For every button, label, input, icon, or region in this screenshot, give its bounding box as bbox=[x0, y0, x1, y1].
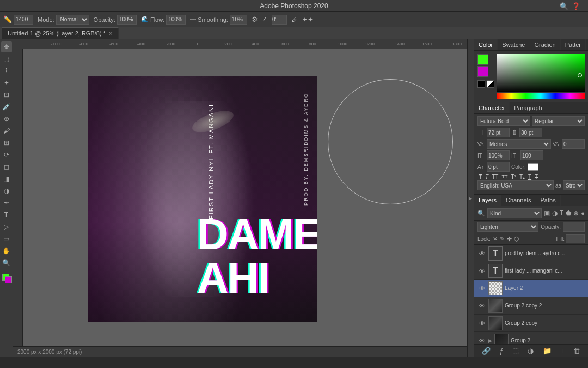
link-layers-button[interactable]: 🔗 bbox=[482, 347, 491, 355]
smallcaps-button[interactable]: TT bbox=[500, 173, 509, 180]
crop-tool[interactable]: ⊡ bbox=[1, 89, 12, 100]
new-layer-button[interactable]: + bbox=[560, 347, 565, 355]
heal-tool[interactable]: ⊕ bbox=[1, 113, 12, 124]
allcaps-button[interactable]: TT bbox=[491, 173, 499, 180]
layer-item-group2copy2[interactable]: 👁 Group 2 copy 2 bbox=[474, 297, 588, 315]
filter-toggle[interactable]: ● bbox=[581, 210, 585, 216]
eyedropper-tool[interactable]: 💉 bbox=[1, 101, 12, 112]
lock-artboard-icon[interactable]: ✤ bbox=[507, 236, 512, 243]
paths-tab[interactable]: Paths bbox=[536, 195, 561, 206]
italic-button[interactable]: T bbox=[484, 173, 489, 180]
path-tool[interactable]: ▷ bbox=[1, 221, 12, 232]
font-style-select[interactable]: Regular bbox=[532, 116, 585, 126]
font-size-input[interactable] bbox=[487, 128, 510, 137]
adjustment-filter-icon[interactable]: ◑ bbox=[552, 209, 558, 217]
super-button[interactable]: T¹ bbox=[510, 173, 517, 180]
canvas-content[interactable]: FIRST LADY NYL ft. MANGANI PROD BY: DEMS… bbox=[23, 49, 467, 357]
font-family-select[interactable]: Futura-Bold bbox=[477, 116, 530, 126]
selection-tool[interactable]: ⬚ bbox=[1, 53, 12, 64]
gradients-tab[interactable]: Gradien bbox=[530, 39, 561, 50]
layer-visibility-prod[interactable]: 👁 bbox=[477, 249, 486, 258]
search-layers-icon[interactable]: 🔍 bbox=[477, 210, 485, 217]
text-color-swatch[interactable] bbox=[528, 163, 538, 171]
baseline-input[interactable] bbox=[487, 162, 510, 172]
leading-input[interactable] bbox=[519, 128, 542, 137]
strikethrough-button[interactable]: T bbox=[534, 173, 539, 180]
fg-bg-colors[interactable] bbox=[1, 273, 12, 283]
patterns-tab[interactable]: Patter bbox=[561, 39, 586, 50]
tablet-icon[interactable]: ✦✦ bbox=[302, 16, 313, 23]
flow-input[interactable] bbox=[166, 15, 186, 25]
smart-filter-icon[interactable]: ⊕ bbox=[573, 209, 579, 217]
layer-visibility-first[interactable]: 👁 bbox=[477, 267, 486, 275]
tracking-input[interactable] bbox=[562, 139, 585, 149]
history-tool[interactable]: ⟳ bbox=[1, 149, 12, 160]
opacity-value-input[interactable] bbox=[563, 222, 585, 232]
layer-visibility-group2[interactable]: 👁 bbox=[477, 336, 486, 345]
canvas-area[interactable]: -1000 -800 -600 -400 -200 0 200 400 600 … bbox=[13, 39, 467, 357]
group-button[interactable]: 📁 bbox=[543, 347, 552, 355]
lock-all-icon[interactable]: ⬡ bbox=[514, 236, 519, 243]
zoom-tool[interactable]: 🔍 bbox=[1, 257, 12, 268]
foreground-color-swatch[interactable] bbox=[477, 54, 488, 65]
text-filter-icon[interactable]: T bbox=[560, 209, 564, 217]
layer-visibility-layer2[interactable]: 👁 bbox=[477, 284, 486, 293]
layer-visibility-group2copy2[interactable]: 👁 bbox=[477, 301, 486, 310]
color-picker[interactable] bbox=[497, 54, 585, 99]
delete-layer-button[interactable]: 🗑 bbox=[573, 347, 580, 355]
layer-item-group2copy[interactable]: 👁 Group 2 copy bbox=[474, 315, 588, 332]
layer-item-group2[interactable]: 👁 ▶ Group 2 bbox=[474, 332, 588, 344]
layers-tab[interactable]: Layers bbox=[474, 195, 501, 206]
text-tool[interactable]: T bbox=[1, 209, 12, 220]
tab-close-button[interactable]: ✕ bbox=[108, 31, 113, 37]
bold-button[interactable]: T bbox=[477, 173, 483, 180]
panel-collapse-handle[interactable]: ▸ bbox=[467, 39, 474, 357]
angle-input[interactable] bbox=[272, 15, 287, 25]
character-tab[interactable]: Character bbox=[474, 102, 510, 113]
layer-visibility-group2copy[interactable]: 👁 bbox=[477, 319, 486, 328]
adjustment-button[interactable]: ◑ bbox=[528, 347, 534, 355]
color-gradient[interactable] bbox=[497, 54, 585, 92]
opacity-input[interactable] bbox=[117, 15, 137, 25]
group-arrow-icon[interactable]: ▶ bbox=[488, 338, 492, 343]
move-tool[interactable]: ✥ bbox=[1, 41, 12, 52]
vscale-input[interactable] bbox=[520, 150, 543, 160]
kerning-select[interactable]: Metrics bbox=[487, 139, 551, 149]
gradient-tool[interactable]: ◨ bbox=[1, 173, 12, 184]
pen-tool[interactable]: ✒ bbox=[1, 197, 12, 208]
swatches-tab[interactable]: Swatche bbox=[498, 39, 530, 50]
paragraph-tab[interactable]: Paragraph bbox=[510, 102, 547, 113]
smoothing-input[interactable] bbox=[230, 15, 247, 25]
brush-tool[interactable]: 🖌 bbox=[1, 125, 12, 136]
language-select[interactable]: English: USA bbox=[477, 180, 554, 190]
color-hue-bar[interactable] bbox=[497, 93, 585, 99]
background-color-swatch[interactable] bbox=[477, 66, 488, 77]
clone-tool[interactable]: ⊞ bbox=[1, 137, 12, 148]
layer-effects-button[interactable]: ƒ bbox=[499, 347, 503, 355]
lock-position-icon[interactable]: ✎ bbox=[500, 236, 505, 243]
search-icon[interactable]: 🔍 bbox=[560, 2, 568, 10]
shape-filter-icon[interactable]: ⬟ bbox=[566, 209, 571, 217]
blend-mode-select[interactable]: Lighten bbox=[477, 222, 538, 232]
magic-wand-tool[interactable]: ✦ bbox=[1, 77, 12, 88]
layer-item-layer2[interactable]: 👁 Layer 2 bbox=[474, 280, 588, 297]
layer-item-first[interactable]: 👁 T first lady ... mangani c... bbox=[474, 262, 588, 280]
underline-button[interactable]: T bbox=[527, 173, 532, 180]
pressure-icon[interactable]: 🖊 bbox=[291, 16, 298, 23]
lock-pixels-icon[interactable]: ✕ bbox=[493, 236, 498, 243]
sub-button[interactable]: T₁ bbox=[518, 173, 526, 180]
pixel-filter-icon[interactable]: ▣ bbox=[544, 209, 550, 217]
mask-button[interactable]: ⬚ bbox=[512, 347, 519, 355]
mode-select[interactable]: Normal bbox=[56, 15, 89, 25]
lasso-tool[interactable]: ⌇ bbox=[1, 65, 12, 76]
hand-tool[interactable]: ✋ bbox=[1, 245, 12, 256]
dodge-tool[interactable]: ◑ bbox=[1, 185, 12, 196]
filter-kind-select[interactable]: Kind bbox=[487, 208, 542, 218]
tool-size-input[interactable] bbox=[14, 15, 33, 25]
color-tab[interactable]: Color bbox=[474, 39, 498, 50]
active-document-tab[interactable]: Untitled-1 @ 25% (Layer 2, RGB/8) * ✕ bbox=[2, 27, 119, 39]
antialias-select[interactable]: Stro bbox=[563, 180, 585, 190]
channels-tab[interactable]: Channels bbox=[501, 195, 536, 206]
hscale-input[interactable] bbox=[487, 150, 510, 160]
fill-value-input[interactable] bbox=[566, 234, 585, 243]
